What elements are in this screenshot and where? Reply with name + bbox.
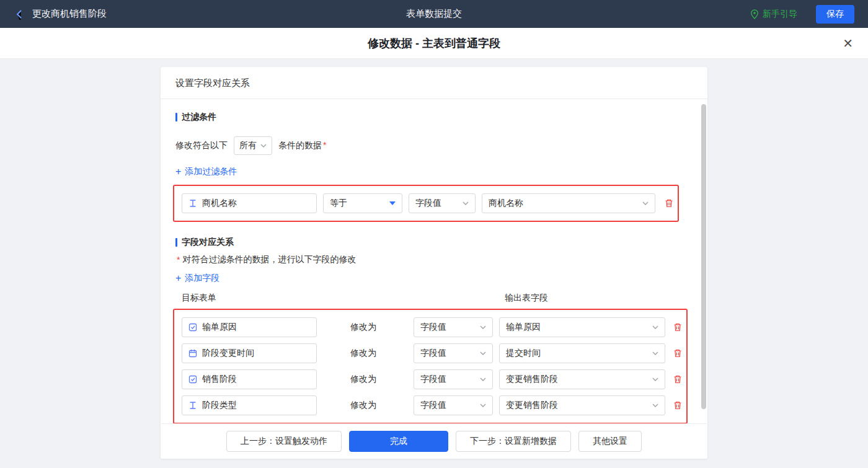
topbar-actions: 新手引导 保存 — [750, 5, 854, 24]
beginner-guide-button[interactable]: 新手引导 — [750, 9, 797, 20]
condition-mode-select[interactable]: 所有 — [234, 136, 272, 155]
caret-down-icon — [389, 201, 396, 205]
mapping-row: 销售阶段 修改为 字段值 变更销售阶段 — [182, 369, 684, 389]
value-type-select[interactable]: 字段值 — [409, 193, 476, 213]
source-field-value: 变更销售阶段 — [506, 374, 558, 385]
target-field-value: 阶段类型 — [202, 400, 237, 411]
delete-row-icon[interactable] — [673, 348, 683, 358]
target-field-value: 销售阶段 — [202, 374, 237, 385]
prev-step-button[interactable]: 上一步：设置触发动作 — [226, 431, 342, 452]
required-mark: * — [177, 255, 180, 265]
settings-card: 设置字段对应关系 过滤条件 修改符合以下 所有 条件的数据* + 添加过滤条件 — [161, 67, 707, 459]
mapping-row: 输单原因 修改为 字段值 输单原因 — [182, 317, 684, 337]
delete-row-icon[interactable] — [673, 374, 683, 384]
filter-value-select[interactable]: 商机名称 — [482, 193, 655, 213]
mapping-row: 阶段变更时间 修改为 字段值 提交时间 — [182, 343, 684, 363]
mapping-highlight-box: 输单原因 修改为 字段值 输单原因 — [173, 309, 688, 423]
chevron-down-icon — [652, 325, 658, 329]
section-bar-icon — [175, 238, 177, 247]
chevron-down-icon — [480, 325, 486, 329]
value-type-value: 字段值 — [420, 374, 446, 385]
modify-label: 修改为 — [350, 400, 376, 411]
source-field-select[interactable]: 变更销售阶段 — [499, 395, 665, 415]
source-field-value: 输单原因 — [506, 322, 541, 333]
done-button[interactable]: 完成 — [349, 431, 448, 452]
filter-field-value: 商机名称 — [202, 198, 237, 209]
plus-icon: + — [175, 273, 181, 283]
dialog-header: 修改数据 - 主表到普通字段 ✕ — [0, 28, 868, 59]
dialog-body: 设置字段对应关系 过滤条件 修改符合以下 所有 条件的数据* + 添加过滤条件 — [0, 59, 868, 468]
condition-prefix: 修改符合以下 — [175, 140, 228, 151]
scrollbar-thumb[interactable] — [701, 104, 706, 409]
value-type-value: 字段值 — [420, 322, 446, 333]
source-field-value: 变更销售阶段 — [506, 400, 558, 411]
add-filter-condition-label: 添加过滤条件 — [185, 166, 237, 177]
save-button[interactable]: 保存 — [816, 5, 854, 24]
chevron-down-icon — [652, 351, 658, 355]
source-field-value: 提交时间 — [506, 348, 541, 359]
plus-icon: + — [175, 167, 181, 177]
operator-value: 等于 — [330, 198, 347, 209]
condition-mode-value: 所有 — [239, 140, 257, 151]
date-field-icon — [188, 349, 197, 358]
chevron-down-icon — [642, 201, 649, 205]
value-type-value: 字段值 — [415, 198, 441, 209]
value-type-select[interactable]: 字段值 — [414, 369, 493, 389]
add-field-link[interactable]: + 添加字段 — [175, 273, 219, 284]
value-type-select[interactable]: 字段值 — [414, 395, 493, 415]
other-settings-button[interactable]: 其他设置 — [578, 431, 642, 452]
add-field-label: 添加字段 — [185, 273, 219, 284]
chevron-down-icon — [652, 377, 658, 381]
delete-row-icon[interactable] — [673, 322, 683, 332]
section-bar-icon — [175, 113, 177, 121]
required-mark: * — [323, 140, 326, 150]
target-field-input[interactable]: 阶段变更时间 — [182, 343, 317, 363]
back-button[interactable]: 更改商机销售阶段 — [14, 8, 107, 20]
target-field-input[interactable]: 阶段类型 — [182, 395, 317, 415]
delete-row-icon[interactable] — [673, 400, 683, 410]
source-field-select[interactable]: 提交时间 — [499, 343, 665, 363]
guide-pin-icon — [750, 9, 759, 19]
target-field-input[interactable]: 输单原因 — [182, 317, 317, 337]
text-field-icon — [188, 199, 197, 208]
filter-highlight-box: 商机名称 等于 字段值 商机名称 — [173, 185, 679, 222]
mapping-description-text: 对符合过滤条件的数据，进行以下字段的修改 — [182, 254, 356, 265]
select-field-icon — [188, 375, 197, 384]
source-field-select[interactable]: 变更销售阶段 — [499, 369, 665, 389]
filter-section-title: 过滤条件 — [175, 112, 693, 123]
topbar: 更改商机销售阶段 表单数据提交 新手引导 保存 — [0, 0, 868, 28]
node-title: 表单数据提交 — [406, 8, 462, 20]
value-type-select[interactable]: 字段值 — [414, 343, 493, 363]
condition-row: 修改符合以下 所有 条件的数据* — [175, 136, 693, 155]
delete-filter-icon[interactable] — [664, 198, 674, 208]
operator-select[interactable]: 等于 — [323, 193, 402, 213]
mapping-description: * 对符合过滤条件的数据，进行以下字段的修改 — [175, 254, 693, 265]
chevron-down-icon — [463, 201, 469, 205]
chevron-down-icon — [652, 404, 658, 407]
modify-label: 修改为 — [350, 322, 376, 333]
card-body: 过滤条件 修改符合以下 所有 条件的数据* + 添加过滤条件 — [161, 99, 707, 423]
column-output-fields: 输出表字段 — [505, 293, 548, 304]
value-type-value: 字段值 — [420, 400, 446, 411]
condition-suffix: 条件的数据* — [278, 140, 326, 151]
mapping-section-title: 字段对应关系 — [175, 237, 693, 248]
source-field-select[interactable]: 输单原因 — [499, 317, 665, 337]
value-type-select[interactable]: 字段值 — [414, 317, 493, 337]
modify-label: 修改为 — [350, 348, 376, 359]
card-footer: 上一步：设置触发动作 完成 下一步：设置新增数据 其他设置 — [161, 423, 707, 459]
close-icon[interactable]: ✕ — [843, 37, 853, 50]
mapping-section-title-text: 字段对应关系 — [182, 237, 234, 248]
card-title: 设置字段对应关系 — [161, 67, 707, 99]
filter-field-input[interactable]: 商机名称 — [182, 193, 317, 213]
target-field-value: 阶段变更时间 — [202, 348, 254, 359]
target-field-input[interactable]: 销售阶段 — [182, 369, 317, 389]
add-filter-condition-link[interactable]: + 添加过滤条件 — [175, 166, 237, 177]
mapping-column-headers: 目标表单 输出表字段 — [175, 293, 693, 305]
next-step-button[interactable]: 下一步：设置新增数据 — [456, 431, 571, 452]
chevron-down-icon — [480, 404, 486, 407]
select-field-icon — [188, 323, 197, 332]
guide-label: 新手引导 — [763, 9, 797, 20]
value-type-value: 字段值 — [420, 348, 446, 359]
chevron-down-icon — [260, 144, 267, 148]
text-field-icon — [188, 401, 197, 410]
